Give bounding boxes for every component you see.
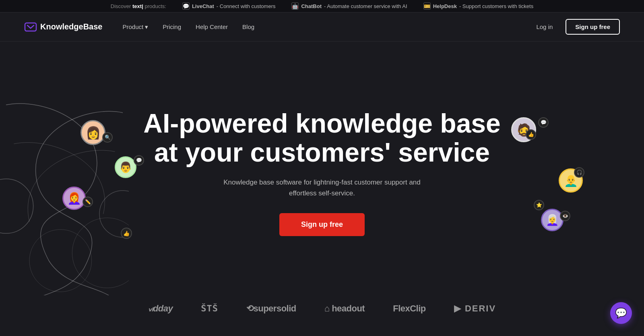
avatar-2-badge: 💬 [134,155,144,166]
logo-flexclip: FlexClip [393,303,426,314]
chat-icon: 💬 [615,307,627,319]
deco-curves-left [0,74,129,295]
thumbsup-badge: 👍 [121,228,132,239]
star-badge: ⭐ [534,200,544,210]
chat-bubble-button[interactable]: 💬 [610,302,632,324]
nav-right: Log in Sign up free [531,19,620,35]
avatar-1: 👩 [80,120,105,145]
nav-links: Product ▾ Pricing Help Center Blog [122,23,531,31]
hero-section: 👩 🔍 👨 💬 👩‍🦰 ✏️ 👍 🧔 👍 💬 👨‍🦲 🎧 👩‍🦳 👁️ ⭐ AI… [0,41,644,295]
helpdesk-link[interactable]: 🎫 HelpDesk - Support customers with tick… [423,2,533,10]
chatbot-link[interactable]: 🤖 ChatBot - Automate customer service wi… [291,2,407,10]
avatar-5-badge: 👍 [526,129,536,140]
chatbot-icon: 🤖 [291,2,299,10]
top-banner: Discover text| products: 💬 LiveChat - Co… [0,0,644,12]
hero-title-line2: at your customers' service [154,137,490,167]
hero-title: AI-powered knowledge base at your custom… [143,109,501,167]
helpdesk-icon: 🎫 [423,2,431,10]
livechat-name: LiveChat [192,3,214,9]
avatar-3: 👩‍🦰 [62,187,86,210]
nav-pricing[interactable]: Pricing [163,23,181,30]
svg-rect-0 [25,23,36,31]
deco-curves-right [0,74,129,295]
avatar-1-badge: 🔍 [102,132,113,143]
logo-icon [24,22,37,32]
nav-helpcenter-label: Help Center [196,23,228,30]
avatar-6-badge: 🎧 [574,167,584,178]
helpdesk-name: HelpDesk [433,3,457,9]
avatar-5-badge2: 💬 [538,117,549,128]
livechat-desc: - Connect with customers [217,3,276,9]
svg-point-3 [0,179,33,233]
chevron-down-icon: ▾ [145,23,148,31]
logo-vidday: ᵥᵢdday [148,303,173,314]
navbar: KnowledgeBase Product ▾ Pricing Help Cen… [0,12,644,41]
vidday-label: ᵥᵢdday [148,303,173,313]
helpdesk-desc: - Support customers with tickets [459,3,533,9]
hero-title-line1: AI-powered knowledge base [143,108,501,138]
brand-text: text| [132,3,143,9]
supersolid-label: ⟲supersolid [246,303,296,313]
logos-section: ᵥᵢdday ŠTŠ ⟲supersolid ⌂ headout FlexCli… [0,295,644,334]
nav-product[interactable]: Product ▾ [122,23,148,31]
nav-blog-label: Blog [242,23,254,30]
chatbot-desc: - Automate customer service with AI [324,3,407,9]
discover-text: Discover text| products: [111,3,166,9]
headout-label: ⌂ headout [324,303,365,313]
svg-point-4 [72,218,129,288]
hero-subtitle: Knowledge base software for lightning-fa… [221,177,423,199]
logo-supersolid: ⟲supersolid [246,303,296,314]
nav-helpcenter[interactable]: Help Center [196,23,228,30]
nav-pricing-label: Pricing [163,23,181,30]
logo-headout: ⌂ headout [324,303,365,314]
avatar-7-badge: 👁️ [560,211,570,221]
livechat-icon: 💬 [182,2,190,10]
login-button[interactable]: Log in [531,20,557,33]
deriv-label: ▶ DERIV [454,303,496,313]
logo-deriv: ▶ DERIV [454,303,496,314]
logo-text: KnowledgeBase [40,22,102,31]
svg-point-2 [29,230,92,292]
logo[interactable]: KnowledgeBase [24,22,102,32]
watch-section: Watch KnowledgeBase in action [0,334,644,336]
logo-sts: ŠTŠ [201,303,218,314]
avatar-2: 👨 [115,156,136,178]
sts-label: ŠTŠ [201,303,218,313]
hero-cta-button[interactable]: Sign up free [279,213,365,236]
nav-signup-button[interactable]: Sign up free [566,19,620,35]
nav-blog[interactable]: Blog [242,23,254,30]
nav-product-label: Product [122,23,143,30]
flexclip-label: FlexClip [393,303,426,313]
avatar-3-badge: ✏️ [83,197,93,207]
chatbot-name: ChatBot [301,3,322,9]
livechat-link[interactable]: 💬 LiveChat - Connect with customers [182,2,276,10]
avatar-7: 👩‍🦳 [541,209,564,231]
